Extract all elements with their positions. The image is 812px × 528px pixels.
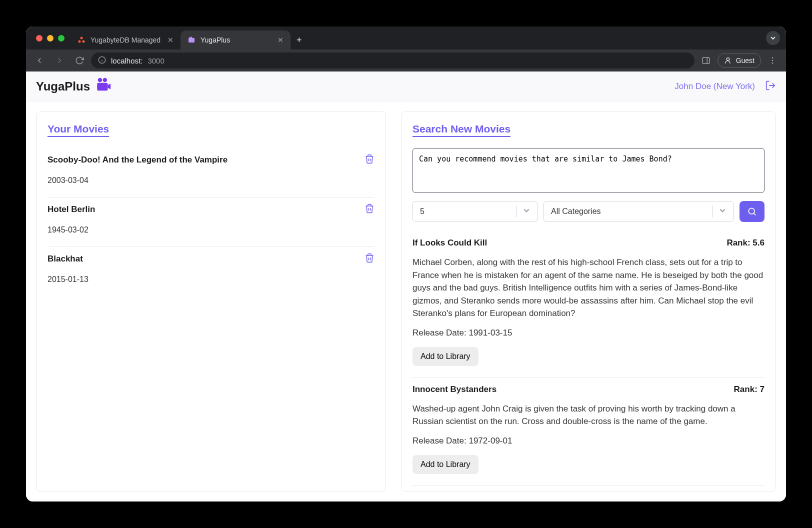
movie-title: Scooby-Doo! And the Legend of the Vampir… (48, 155, 374, 165)
add-to-library-button[interactable]: Add to Library (412, 347, 478, 366)
svg-point-19 (748, 208, 754, 214)
svg-point-2 (82, 40, 85, 43)
url-path: 3000 (148, 56, 164, 65)
chevron-down-icon (719, 207, 726, 216)
traffic-lights (30, 26, 70, 50)
brand: YugaPlus (36, 76, 112, 96)
search-result: If Looks Could Kill Rank: 5.6 Michael Co… (412, 231, 764, 378)
tab-label: YugaPlus (200, 36, 230, 44)
trash-icon[interactable] (364, 154, 374, 166)
result-description: Washed-up agent John Craig is given the … (412, 402, 764, 428)
close-window-button[interactable] (36, 35, 42, 42)
movie-date: 1945-03-02 (48, 226, 374, 234)
svg-point-15 (98, 78, 102, 82)
result-release-date: Release Date: 1991-03-15 (412, 328, 764, 338)
svg-rect-17 (97, 82, 108, 90)
add-to-library-button[interactable]: Add to Library (412, 455, 478, 474)
limit-value: 5 (420, 207, 424, 216)
chevron-down-icon (523, 207, 530, 216)
browser-window: YugabyteDB Managed ✕ YugaPlus ✕ + (26, 26, 786, 502)
reload-button[interactable] (71, 52, 88, 69)
tab-yugabytedb[interactable]: YugabyteDB Managed ✕ (70, 30, 180, 50)
your-movies-panel: Your Movies Scooby-Doo! And the Legend o… (36, 112, 386, 492)
search-panel: Search New Movies 5 All Categories (401, 112, 776, 492)
svg-point-12 (772, 57, 774, 58)
svg-point-1 (78, 40, 81, 43)
yugabyte-favicon (78, 36, 86, 44)
svg-point-11 (726, 58, 729, 60)
result-title: Innocent Bystanders (412, 384, 496, 394)
tabs-dropdown-button[interactable] (766, 31, 780, 45)
profile-label: Guest (736, 56, 754, 64)
movie-date: 2003-03-04 (48, 176, 374, 185)
profile-chip[interactable]: Guest (718, 53, 761, 68)
svg-line-20 (754, 214, 756, 216)
limit-select[interactable]: 5 (412, 201, 538, 222)
site-info-icon[interactable] (98, 56, 106, 66)
search-result: Innocent Bystanders Rank: 7 Washed-up ag… (412, 378, 764, 486)
search-button[interactable] (740, 201, 764, 222)
movie-entry: Scooby-Doo! And the Legend of the Vampir… (48, 148, 374, 198)
yugaplus-favicon (188, 36, 196, 44)
movie-entry: Hotel Berlin 1945-03-02 (48, 198, 374, 247)
new-tab-button[interactable]: + (290, 30, 308, 50)
svg-point-14 (772, 62, 774, 64)
url-input[interactable]: localhost:3000 (91, 52, 694, 68)
address-bar: localhost:3000 Guest (26, 50, 786, 72)
close-tab-icon[interactable]: ✕ (278, 36, 284, 44)
search-title: Search New Movies (412, 123, 510, 137)
result-title: If Looks Could Kill (412, 238, 487, 248)
your-movies-title: Your Movies (48, 123, 109, 137)
result-release-date: Release Date: 1972-09-01 (412, 436, 764, 446)
svg-rect-3 (188, 38, 194, 42)
close-tab-icon[interactable]: ✕ (168, 36, 174, 44)
url-host: localhost: (111, 56, 142, 65)
trash-icon[interactable] (364, 253, 374, 265)
search-result: Central Intelligence Rank: 6.2 (412, 486, 764, 492)
category-select[interactable]: All Categories (544, 201, 734, 222)
category-value: All Categories (551, 207, 601, 216)
trash-icon[interactable] (364, 204, 374, 216)
movie-title: Blackhat (48, 254, 374, 264)
app-header: YugaPlus John Doe (New York) (26, 72, 786, 102)
minimize-window-button[interactable] (47, 35, 54, 42)
user-link[interactable]: John Doe (New York) (674, 82, 755, 92)
result-rank: Rank: 5.6 (726, 238, 764, 248)
logout-icon[interactable] (765, 80, 776, 93)
svg-rect-9 (702, 58, 710, 64)
tab-yugaplus[interactable]: YugaPlus ✕ (180, 30, 290, 50)
result-description: Michael Corben, along with the rest of h… (412, 256, 764, 320)
movie-entry: Blackhat 2015-01-13 (48, 247, 374, 296)
svg-point-0 (80, 37, 83, 40)
forward-button[interactable] (51, 52, 68, 69)
brand-name: YugaPlus (36, 80, 90, 94)
back-button[interactable] (31, 52, 48, 69)
main-content: Your Movies Scooby-Doo! And the Legend o… (26, 102, 786, 502)
camera-icon (95, 76, 112, 96)
svg-point-5 (191, 37, 192, 38)
search-filters: 5 All Categories (412, 201, 764, 222)
movie-date: 2015-01-13 (48, 275, 374, 284)
panel-toggle-icon[interactable] (698, 52, 714, 69)
tab-strip: YugabyteDB Managed ✕ YugaPlus ✕ + (26, 26, 786, 50)
svg-point-4 (190, 37, 191, 38)
result-rank: Rank: 7 (734, 384, 764, 394)
search-input[interactable] (412, 148, 764, 193)
svg-point-16 (103, 78, 108, 82)
svg-point-13 (772, 60, 774, 62)
movie-title: Hotel Berlin (48, 204, 374, 214)
tab-label: YugabyteDB Managed (90, 36, 160, 44)
maximize-window-button[interactable] (58, 35, 64, 42)
browser-menu-button[interactable] (764, 52, 781, 69)
